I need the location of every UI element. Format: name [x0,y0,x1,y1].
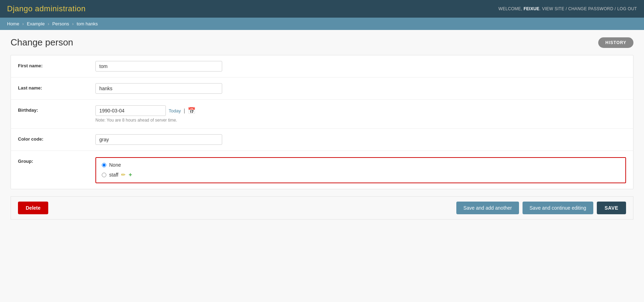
calendar-icon[interactable]: 📅 [188,107,195,115]
first-name-field [95,61,626,72]
group-option-staff: staff ✏ + [102,171,620,178]
breadcrumb-sep3: › [72,21,74,26]
group-add-icon[interactable]: + [129,171,132,178]
first-name-label: First name: [18,61,95,68]
breadcrumb-current: tom hanks [77,21,98,26]
date-row: Today | 📅 [95,105,626,116]
date-divider: | [184,108,185,113]
first-name-input[interactable] [95,61,222,72]
birthday-field: Today | 📅 Note: You are 8 hours ahead of… [95,105,626,123]
log-out-link[interactable]: LOG OUT [617,6,637,11]
group-field: None staff ✏ + [95,156,626,183]
group-option-none: None [102,162,620,168]
group-edit-icon[interactable]: ✏ [121,172,126,178]
color-code-label: Color code: [18,134,95,142]
history-button[interactable]: HISTORY [598,37,633,48]
color-code-field [95,134,626,145]
view-site-link[interactable]: VIEW SITE [542,6,564,11]
delete-button[interactable]: Delete [18,202,48,214]
submit-row: Delete Save and add another Save and con… [11,196,633,220]
change-password-link[interactable]: CHANGE PASSWORD [568,6,613,11]
birthday-row: Birthday: Today | 📅 Note: You are 8 hour… [11,100,633,129]
birthday-label: Birthday: [18,105,95,113]
last-name-field [95,83,626,94]
group-radio-none[interactable] [102,163,106,167]
separator2: / [615,6,617,11]
breadcrumb-sep1: › [22,21,24,26]
welcome-prefix: WELCOME, [499,6,523,11]
color-code-input[interactable] [95,134,222,145]
birthday-input[interactable] [95,105,166,116]
breadcrumb: Home › Example › Persons › tom hanks [0,18,644,30]
change-person-form: First name: Last name: Birthday: Toda [11,55,633,220]
group-option-none-label: None [109,162,121,168]
group-row: Group: None staff ✏ + [11,151,633,189]
last-name-row: Last name: [11,78,633,100]
breadcrumb-home[interactable]: Home [7,21,19,26]
content-header: Change person HISTORY [11,37,633,48]
separator1: / [565,6,568,11]
last-name-input[interactable] [95,83,222,94]
user-info: WELCOME, FEIXUE. VIEW SITE / CHANGE PASS… [499,6,637,11]
group-label: Group: [18,156,95,164]
today-link[interactable]: Today [169,108,181,113]
group-fieldset: None staff ✏ + [95,157,626,183]
save-buttons: Save and add another Save and continue e… [456,202,626,214]
content: Change person HISTORY First name: Last n… [0,30,644,234]
form-section: First name: Last name: Birthday: Toda [11,55,633,189]
username: FEIXUE [524,6,539,11]
breadcrumb-example[interactable]: Example [27,21,45,26]
breadcrumb-sep2: › [48,21,49,26]
page-title: Change person [11,37,73,48]
header: Django administration WELCOME, FEIXUE. V… [0,0,644,18]
save-add-another-button[interactable]: Save and add another [456,202,519,214]
date-note: Note: You are 8 hours ahead of server ti… [95,118,626,123]
last-name-label: Last name: [18,83,95,91]
first-name-row: First name: [11,55,633,78]
group-radio-staff[interactable] [102,173,106,177]
save-continue-editing-button[interactable]: Save and continue editing [523,202,593,214]
save-button[interactable]: SAVE [597,202,626,214]
group-option-staff-label: staff [109,172,118,178]
site-title: Django administration [7,4,86,13]
breadcrumb-persons[interactable]: Persons [52,21,69,26]
color-code-row: Color code: [11,129,633,151]
